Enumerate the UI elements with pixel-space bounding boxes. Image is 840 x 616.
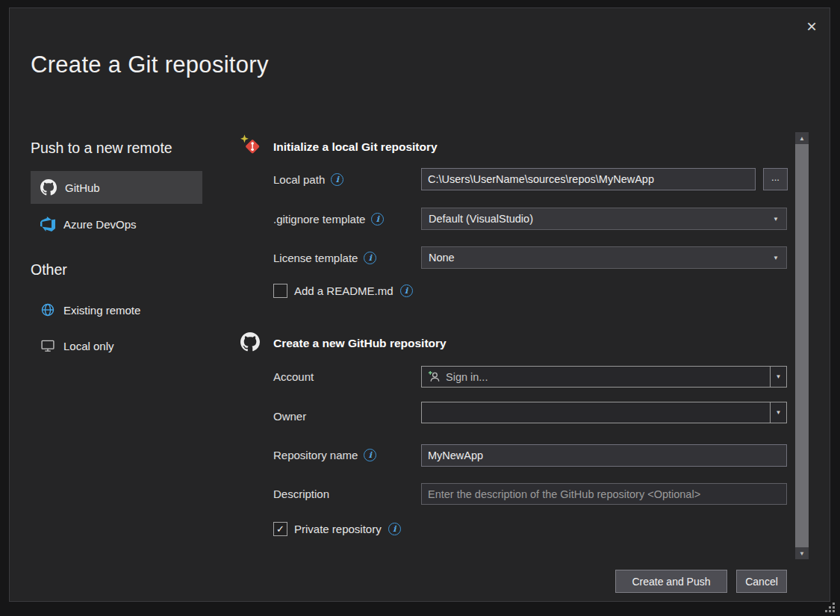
remote-target-sidebar: Push to a new remote GitHub Azure DevOps… (31, 140, 202, 360)
description-label-row: Description (273, 487, 329, 500)
scrollbar[interactable]: ▲ ▼ (795, 132, 809, 559)
gitignore-template-dropdown[interactable]: Default (VisualStudio) ▼ (421, 208, 787, 230)
chevron-down-icon: ▼ (773, 255, 779, 261)
readme-checkbox[interactable] (273, 284, 287, 298)
info-icon[interactable]: i (371, 213, 384, 225)
readme-row: Add a README.md i (273, 284, 413, 298)
create-and-push-button[interactable]: Create and Push (615, 570, 727, 593)
license-label-row: License template i (273, 251, 376, 264)
repository-name-label: Repository name (273, 449, 358, 461)
info-icon[interactable]: i (364, 449, 376, 461)
license-template-dropdown[interactable]: None ▼ (421, 246, 787, 269)
license-template-label: License template (273, 252, 358, 264)
local-path-label-row: Local path i (273, 172, 343, 186)
info-icon[interactable]: i (331, 173, 343, 186)
chevron-down-icon: ▼ (799, 550, 805, 557)
gitignore-template-value: Default (VisualStudio) (429, 213, 533, 225)
sidebar-item-label: Azure DevOps (63, 218, 137, 231)
description-input[interactable] (421, 483, 787, 505)
info-icon[interactable]: i (364, 252, 376, 264)
sidebar-item-local-only[interactable]: Local only (31, 332, 202, 360)
cancel-button[interactable]: Cancel (736, 570, 787, 593)
sign-in-person-icon (428, 370, 441, 383)
browse-button[interactable]: ... (763, 168, 788, 190)
account-label: Account (273, 370, 314, 383)
sidebar-item-existing-remote[interactable]: Existing remote (31, 296, 202, 324)
chevron-down-icon: ▼ (776, 373, 782, 380)
check-icon: ✓ (276, 523, 284, 535)
monitor-icon (40, 338, 55, 353)
owner-label-row: Owner (273, 409, 306, 423)
local-path-label: Local path (273, 173, 325, 186)
git-repository-new-icon (240, 134, 262, 159)
page-title: Create a Git repository (31, 52, 269, 78)
account-placeholder: Sign in... (446, 371, 488, 383)
gitignore-label-row: .gitignore template i (273, 212, 384, 225)
owner-dropdown[interactable]: ▼ (421, 402, 787, 423)
gitignore-template-label: .gitignore template (273, 213, 365, 225)
sidebar-item-label: GitHub (65, 181, 100, 194)
local-path-input[interactable] (421, 168, 756, 190)
repository-name-label-row: Repository name i (273, 448, 376, 461)
info-icon[interactable]: i (400, 284, 413, 297)
other-heading: Other (31, 261, 202, 279)
readme-label: Add a README.md (294, 284, 393, 297)
github-icon (240, 332, 260, 355)
init-section-title: Initialize a local Git repository (273, 140, 438, 154)
account-label-row: Account (273, 370, 314, 383)
account-dropdown[interactable]: Sign in... ▼ (421, 366, 787, 388)
private-repository-label: Private repository (294, 523, 382, 535)
globe-icon (40, 302, 55, 317)
azure-devops-icon (40, 217, 55, 231)
account-dropdown-button[interactable]: ▼ (770, 367, 786, 387)
close-button[interactable]: ✕ (798, 14, 825, 40)
chevron-up-icon: ▲ (799, 135, 805, 142)
scroll-down-button[interactable]: ▼ (795, 547, 809, 559)
sidebar-item-label: Local only (63, 340, 114, 352)
owner-label: Owner (273, 410, 306, 423)
license-template-value: None (429, 252, 455, 264)
scroll-thumb[interactable] (795, 144, 809, 547)
private-repository-row: ✓ Private repository i (273, 522, 401, 536)
private-repository-checkbox[interactable]: ✓ (273, 522, 287, 536)
chevron-down-icon: ▼ (776, 409, 782, 416)
description-label: Description (273, 488, 329, 500)
scroll-up-button[interactable]: ▲ (795, 132, 809, 144)
create-git-repository-dialog: ✕ Create a Git repository Push to a new … (9, 7, 830, 602)
sidebar-item-github[interactable]: GitHub (31, 171, 202, 204)
sidebar-item-label: Existing remote (63, 304, 140, 317)
screen: ✕ Create a Git repository Push to a new … (0, 0, 840, 616)
push-heading: Push to a new remote (31, 140, 202, 157)
resize-grip[interactable] (824, 601, 836, 613)
github-section-title: Create a new GitHub repository (273, 337, 447, 350)
owner-dropdown-button[interactable]: ▼ (770, 402, 786, 423)
chevron-down-icon: ▼ (773, 216, 779, 223)
sidebar-item-azure-devops[interactable]: Azure DevOps (31, 209, 202, 239)
close-icon: ✕ (806, 19, 817, 35)
github-icon (40, 179, 57, 196)
info-icon[interactable]: i (388, 523, 401, 535)
repository-name-input[interactable] (421, 444, 787, 467)
